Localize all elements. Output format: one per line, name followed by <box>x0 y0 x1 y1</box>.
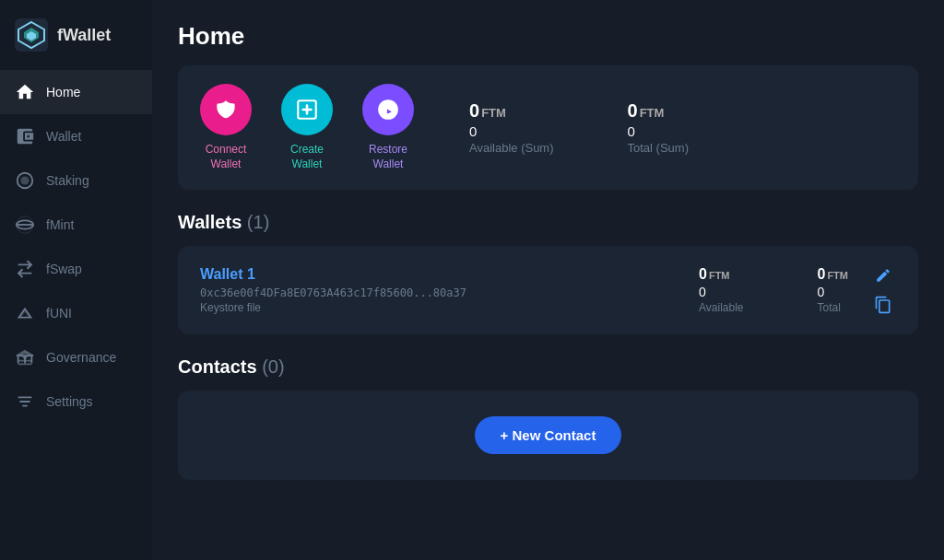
total-sum-balance: 0FTM 0 Total (Sum) <box>628 100 689 155</box>
quick-actions-row: ConnectWallet CreateWallet <box>200 84 896 171</box>
restore-wallet-button[interactable]: RestoreWallet <box>362 84 414 171</box>
restore-wallet-icon <box>362 84 414 135</box>
create-wallet-button[interactable]: CreateWallet <box>281 84 333 171</box>
svg-rect-11 <box>30 356 32 363</box>
wallet-edit-icon[interactable] <box>870 262 896 288</box>
app-logo-icon <box>15 18 48 52</box>
sidebar-label-fmint: fMint <box>46 217 74 232</box>
sidebar: fWallet Home Wallet <box>0 0 152 560</box>
fmint-icon <box>15 215 35 235</box>
create-wallet-icon <box>281 84 333 135</box>
staking-icon <box>15 170 35 191</box>
available-sum-label: Available (Sum) <box>469 141 554 155</box>
new-contact-button[interactable]: + New Contact <box>475 416 622 454</box>
sidebar-label-staking: Staking <box>46 173 89 188</box>
settings-icon <box>15 391 35 412</box>
sidebar-label-governance: Governance <box>46 350 116 365</box>
svg-point-5 <box>20 176 29 184</box>
connect-wallet-icon <box>200 84 252 135</box>
sidebar-label-settings: Settings <box>46 394 93 409</box>
main-content: Home ConnectWallet <box>152 0 944 560</box>
sidebar-item-staking[interactable]: Staking <box>0 158 152 203</box>
funi-icon <box>15 303 35 323</box>
sidebar-item-fmint[interactable]: fMint <box>0 203 152 247</box>
wallet-balances: 0FTM 0 Available 0FTM 0 Total <box>699 266 848 314</box>
sidebar-label-home: Home <box>46 85 80 99</box>
governance-icon <box>15 347 35 368</box>
fswap-icon <box>15 259 35 279</box>
sidebar-label-funi: fUNI <box>46 306 72 321</box>
wallet-icon <box>15 126 35 146</box>
connect-wallet-label: ConnectWallet <box>206 143 247 171</box>
sidebar-item-fswap[interactable]: fSwap <box>0 247 152 291</box>
wallet-total-sub: 0 <box>817 285 848 299</box>
logo-area: fWallet <box>0 0 152 70</box>
wallet-address: 0xc36e00f4DFa8E0763A463c17f85600...80a37 <box>200 286 699 299</box>
wallet-total-label: Total <box>817 301 848 314</box>
sidebar-item-home[interactable]: Home <box>0 70 152 114</box>
svg-rect-9 <box>17 355 33 356</box>
wallets-section-header: Wallets (1) <box>178 212 918 233</box>
sidebar-label-wallet: Wallet <box>46 129 81 144</box>
sidebar-item-settings[interactable]: Settings <box>0 379 152 424</box>
wallet-name[interactable]: Wallet 1 <box>200 266 699 283</box>
wallet-available-label: Available <box>699 301 743 314</box>
contacts-count: (0) <box>262 356 284 377</box>
svg-rect-10 <box>18 356 19 363</box>
quick-actions-card: ConnectWallet CreateWallet <box>178 65 918 190</box>
total-sum-amount: 0FTM <box>628 100 689 122</box>
sidebar-item-governance[interactable]: Governance <box>0 335 152 379</box>
wallet-available-amount: 0FTM <box>699 266 743 283</box>
sidebar-label-fswap: fSwap <box>46 262 82 276</box>
restore-wallet-label: RestoreWallet <box>369 143 407 171</box>
app-name: fWallet <box>57 26 111 45</box>
available-sum-balance: 0FTM 0 Available (Sum) <box>469 100 554 155</box>
wallet-copy-icon[interactable] <box>870 292 896 318</box>
contacts-section-header: Contacts (0) <box>178 356 918 378</box>
available-sum-sub: 0 <box>469 123 554 139</box>
svg-rect-12 <box>24 356 26 363</box>
create-wallet-label: CreateWallet <box>290 143 324 171</box>
page-title: Home <box>178 22 918 51</box>
wallet-total-balance: 0FTM 0 Total <box>817 266 848 314</box>
wallet-type: Keystore file <box>200 301 699 314</box>
home-icon <box>15 82 35 102</box>
wallet-card: Wallet 1 0xc36e00f4DFa8E0763A463c17f8560… <box>178 246 918 334</box>
contacts-card: + New Contact <box>178 391 918 480</box>
wallets-count: (1) <box>247 212 269 232</box>
total-sum-sub: 0 <box>628 123 689 139</box>
nav-menu: Home Wallet Staking <box>0 70 152 560</box>
wallet-available-balance: 0FTM 0 Available <box>699 266 743 314</box>
total-sum-label: Total (Sum) <box>628 141 689 155</box>
action-buttons-group: ConnectWallet CreateWallet <box>200 84 414 171</box>
available-sum-amount: 0FTM <box>469 100 554 122</box>
sidebar-item-wallet[interactable]: Wallet <box>0 114 152 158</box>
connect-wallet-button[interactable]: ConnectWallet <box>200 84 252 171</box>
wallet-total-amount: 0FTM <box>817 266 848 283</box>
wallet-action-icons <box>870 262 896 318</box>
wallet-available-sub: 0 <box>699 285 743 299</box>
sidebar-item-funi[interactable]: fUNI <box>0 291 152 335</box>
wallet-info: Wallet 1 0xc36e00f4DFa8E0763A463c17f8560… <box>200 266 699 314</box>
balance-group: 0FTM 0 Available (Sum) 0FTM 0 Total (Sum… <box>469 100 896 155</box>
